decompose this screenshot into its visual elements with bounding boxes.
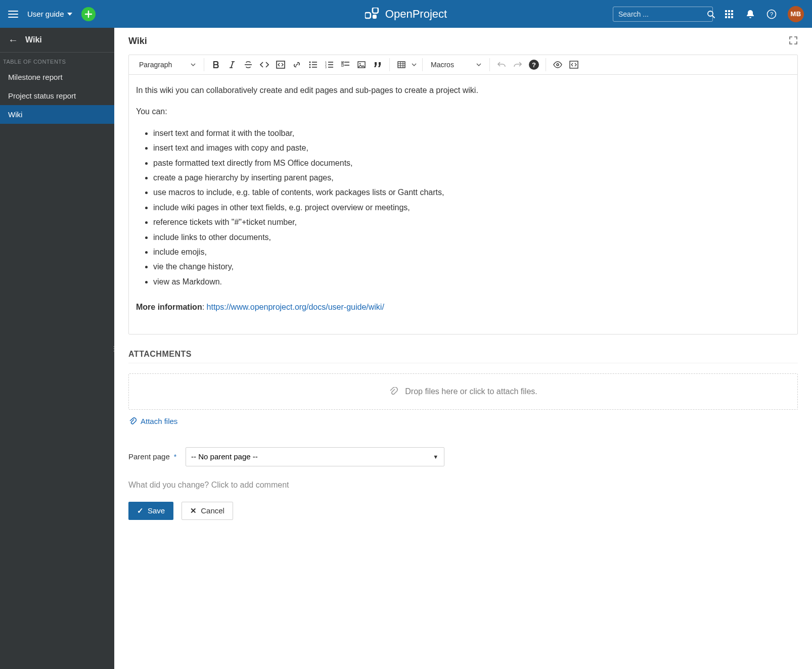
svg-text:3: 3 [325,66,327,68]
more-info-link[interactable]: https://www.openproject.org/docs/user-gu… [207,303,384,311]
svg-point-22 [309,64,311,66]
italic-button[interactable] [224,57,240,72]
image-button[interactable] [354,57,369,72]
svg-text:?: ? [770,11,773,17]
heading-dropdown[interactable]: Paragraph [135,59,200,71]
parent-page-label-wrap: Parent page * [128,452,176,461]
sidebar-title: Wiki [25,35,42,44]
svg-line-16 [231,62,233,68]
required-star: * [174,453,176,461]
chevron-down-icon [476,63,481,66]
table-dropdown[interactable] [410,57,418,72]
bullet-list: insert text and format it with the toolb… [136,127,790,289]
save-button[interactable]: Save [128,502,173,520]
shell: ← Wiki Table of contents Milestone repor… [0,28,812,669]
back-arrow-icon[interactable]: ← [8,35,18,45]
avatar[interactable]: MB [788,6,804,22]
dropzone-text: Drop files here or click to attach files… [405,387,537,396]
svg-rect-5 [725,10,727,12]
project-selector[interactable]: User guide [27,10,72,18]
svg-point-38 [359,63,360,64]
topbar: User guide OpenProject [0,0,812,28]
attach-files-link[interactable]: Attach files [128,417,177,425]
toc-item[interactable]: Wiki [0,105,114,124]
macros-label: Macros [431,61,454,69]
cancel-label: Cancel [201,506,224,515]
blockquote-button[interactable] [370,57,385,72]
more-info: More information: https://www.openprojec… [136,301,790,314]
cancel-button[interactable]: Cancel [182,502,233,520]
bullet-list-button[interactable] [305,57,321,72]
paperclip-icon [389,387,398,396]
sidebar: ← Wiki Table of contents Milestone repor… [0,28,114,669]
notifications-icon[interactable] [745,9,755,19]
editor-toolbar: Paragraph 123 [129,55,797,75]
svg-rect-34 [341,64,343,66]
parent-page-label: Parent page [128,452,170,461]
page-title: Wiki [128,36,147,46]
editor-help-button[interactable]: ? [526,57,542,72]
check-icon [137,506,144,515]
editor: Paragraph 123 [128,55,798,334]
todo-list-button[interactable] [338,57,353,72]
search-box[interactable] [613,7,713,22]
question-circle-icon: ? [529,60,539,70]
strikethrough-button[interactable] [241,57,256,72]
preview-button[interactable] [550,57,565,72]
code-block-button[interactable] [273,57,288,72]
editor-body[interactable]: In this wiki you can collaboratively cre… [129,75,797,334]
attach-files-text: Attach files [141,417,177,425]
list-item: use macros to include, e.g. table of con… [153,186,790,199]
table-button[interactable] [394,57,409,72]
menu-icon[interactable] [8,11,18,18]
topbar-right: ? MB [613,6,804,22]
brand: OpenProject [365,8,447,21]
dropzone[interactable]: Drop files here or click to attach files… [128,373,798,410]
numbered-list-button[interactable]: 123 [322,57,337,72]
svg-rect-10 [731,13,733,15]
brand-text: OpenProject [385,8,447,21]
undo-button[interactable] [494,57,509,72]
source-button[interactable] [566,57,581,72]
redo-button[interactable] [510,57,525,72]
bold-button[interactable] [208,57,223,72]
main: Wiki Paragraph [114,28,812,669]
splitter-handle[interactable]: ⋮ [112,340,116,357]
svg-rect-1 [373,8,378,13]
attachments-heading: Attachments [128,350,798,363]
inline-code-button[interactable] [257,57,272,72]
list-item: view as Markdown. [153,275,790,289]
help-icon[interactable]: ? [766,9,777,19]
svg-point-23 [309,67,311,68]
button-row: Save Cancel [128,502,798,520]
svg-rect-9 [728,13,730,15]
chevron-down-icon [191,63,196,66]
list-item: reference tickets with "#"+ticket number… [153,216,790,229]
search-input[interactable] [618,10,707,18]
sidebar-head: ← Wiki [0,28,114,53]
list-item: insert text and images with copy and pas… [153,141,790,155]
svg-rect-13 [731,16,733,18]
list-item: paste formatted text directly from MS Of… [153,157,790,170]
svg-point-21 [309,62,311,63]
toc-list: Milestone reportProject status reportWik… [0,68,114,124]
toc-item[interactable]: Milestone report [0,68,114,86]
search-icon[interactable] [707,9,715,19]
svg-rect-8 [725,13,727,15]
modules-icon[interactable] [724,9,734,19]
heading-label: Paragraph [139,61,172,69]
zen-mode-icon[interactable] [789,36,798,46]
toc-item[interactable]: Project status report [0,86,114,105]
new-button[interactable] [81,7,96,21]
macros-dropdown[interactable]: Macros [427,59,485,71]
svg-point-44 [557,64,559,66]
plus-icon [84,10,93,18]
parent-page-row: Parent page * -- No parent page -- ▼ [128,447,798,466]
parent-page-select[interactable]: -- No parent page -- [186,447,444,466]
link-button[interactable] [289,57,304,72]
list-item: include links to other documents, [153,231,790,244]
change-comment-input[interactable]: What did you change? Click to add commen… [128,481,798,490]
svg-rect-11 [725,16,727,18]
attachments-section: Attachments Drop files here or click to … [128,350,798,427]
more-info-label: More information [136,303,202,311]
